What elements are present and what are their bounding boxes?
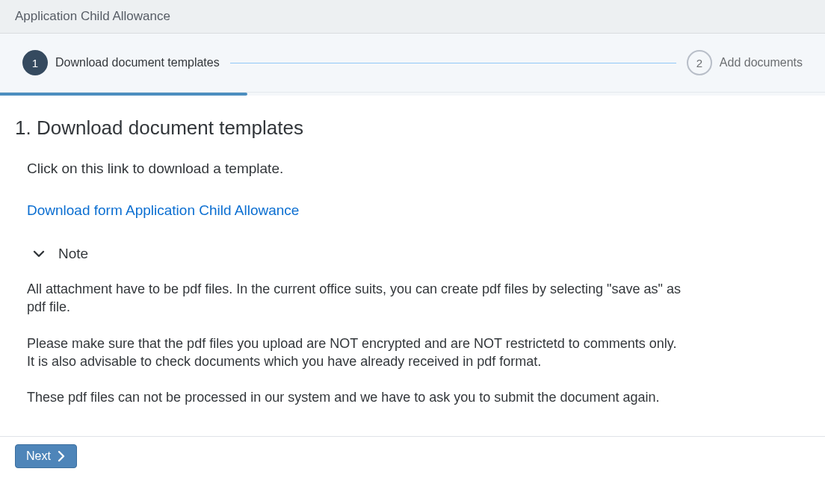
wizard-step-2-number: 2: [687, 50, 712, 75]
section-heading: 1. Download document templates: [15, 116, 810, 140]
note-paragraph-3: These pdf files can not be processed in …: [27, 388, 685, 406]
page-header: Application Child Allowance: [0, 0, 825, 34]
chevron-right-icon: [55, 450, 67, 462]
wizard-step-2[interactable]: 2 Add documents: [687, 50, 803, 75]
note-body: All attachment have to be pdf files. In …: [27, 280, 685, 406]
wizard-step-1-number: 1: [22, 50, 48, 75]
note-title: Note: [58, 246, 88, 262]
intro-text: Click on this link to download a templat…: [27, 161, 810, 177]
note-paragraph-1: All attachment have to be pdf files. In …: [27, 280, 685, 317]
wizard-connector-line: [230, 63, 676, 63]
download-template-link[interactable]: Download form Application Child Allowanc…: [27, 202, 299, 219]
wizard-step-2-label: Add documents: [720, 56, 803, 69]
footer-bar: Next: [0, 436, 825, 477]
note-toggle[interactable]: Note: [31, 246, 810, 262]
next-button-label: Next: [26, 449, 51, 463]
chevron-down-icon: [31, 246, 46, 261]
wizard-strip: 1 Download document templates 2 Add docu…: [0, 34, 825, 93]
wizard-step-1-label: Download document templates: [55, 56, 220, 69]
next-button[interactable]: Next: [15, 444, 77, 468]
main-content: 1. Download document templates Click on …: [0, 96, 825, 421]
wizard-step-1[interactable]: 1 Download document templates: [22, 50, 220, 75]
page-title: Application Child Allowance: [15, 9, 170, 23]
note-paragraph-2: Please make sure that the pdf files you …: [27, 335, 685, 371]
